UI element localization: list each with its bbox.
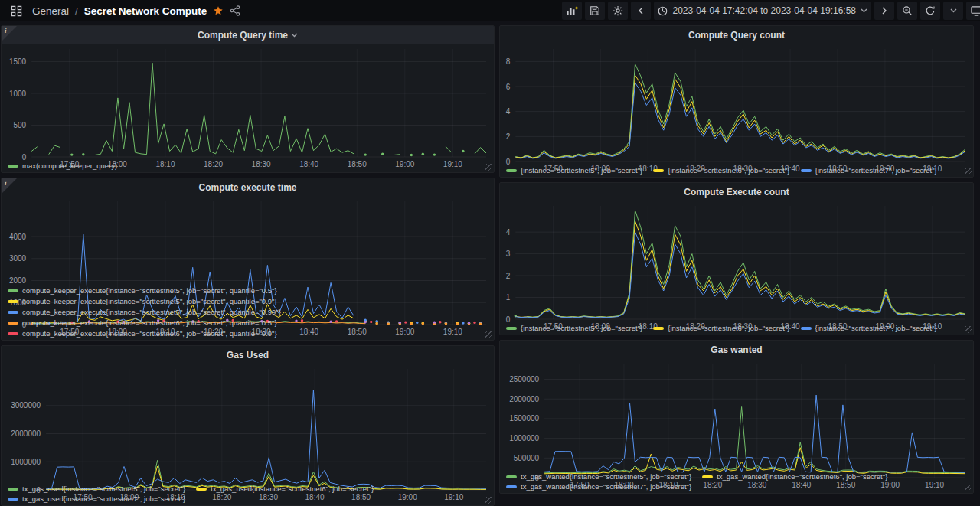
svg-text:1000000: 1000000 [509,434,539,442]
svg-text:8: 8 [506,57,511,66]
legend-item[interactable]: tx_gas_used{instance="scrttestnet6", job… [196,485,374,493]
svg-text:3000000: 3000000 [11,402,41,410]
legend-item[interactable]: {instance="scrttestnet7", job="secret"} [801,324,937,332]
svg-text:0: 0 [506,158,511,166]
legend-item[interactable]: tx_gas_wanted{instance="scrttestnet6", j… [702,472,887,481]
time-range-picker[interactable]: 2023-04-04 17:42:04 to 2023-04-04 19:16:… [654,2,871,20]
legend-swatch-icon [8,165,18,168]
panel-header-compute-execute-count[interactable]: Compute Execute count [500,183,973,201]
legend-gas-used: tx_gas_used{instance="scrttestnet5", job… [2,484,494,505]
svg-text:2: 2 [506,272,511,280]
svg-text:1000: 1000 [9,90,27,98]
legend-item[interactable]: tx_gas_used{instance="scrttestnet5", job… [8,485,185,493]
legend-item[interactable]: max(compute_keeper_query) [8,162,117,170]
svg-text:6: 6 [506,83,511,91]
legend-item[interactable]: {instance="scrttestnet6", job="secret"} [653,324,789,332]
refresh-button[interactable] [920,2,940,20]
legend-swatch-icon [702,475,713,478]
panel-header-gas-used[interactable]: Gas Used [2,346,494,364]
legend-label: compute_keeper_execute{instance="scrttes… [22,286,277,295]
dashboard-grid: i Compute Query time 05001000150017:5018… [0,21,980,506]
legend-item[interactable]: {instance="scrttestnet6", job="secret"} [653,166,789,175]
dashboard-settings-gear-icon[interactable] [608,2,628,20]
chart-gas-used[interactable]: 010000002000000300000017:5018:0018:1018:… [2,364,494,484]
legend-label: tx_gas_wanted{instance="scrttestnet7", j… [521,482,691,491]
legend-item[interactable]: compute_keeper_execute{instance="scrttes… [8,297,491,305]
add-panel-button[interactable] [562,2,582,20]
refresh-interval-dropdown[interactable] [943,2,963,20]
favorite-star-icon[interactable] [213,5,224,16]
chart-compute-query-count[interactable]: 0246817:5018:0018:1018:2018:3018:4018:50… [500,44,973,165]
legend-compute-query-count: {instance="scrttestnet5", job="secret"}{… [500,165,973,177]
legend-item[interactable]: compute_keeper_execute{instance="scrttes… [8,318,491,327]
legend-swatch-icon [8,498,18,501]
legend-item[interactable]: {instance="scrttestnet5", job="secret"} [506,166,642,175]
time-range-forward-button[interactable] [874,2,894,20]
tv-kiosk-mode-icon[interactable] [966,2,980,20]
panel-resize-handle[interactable] [485,331,492,338]
panel-header-compute-query-time[interactable]: Compute Query time [2,26,494,44]
panel-compute-execute-count: Compute Execute count 0123417:5018:0018:… [499,182,974,335]
legend-label: {instance="scrttestnet5", job="secret"} [521,166,642,175]
dashboards-grid-icon[interactable] [6,2,26,20]
svg-text:2500000: 2500000 [509,375,539,384]
panel-compute-query-count: Compute Query count 0246817:5018:0018:10… [499,25,974,178]
chart-compute-execute-time[interactable]: 0100020003000400017:5018:0018:1018:2018:… [2,197,494,286]
time-range-text: 2023-04-04 17:42:04 to 2023-04-04 19:16:… [672,5,856,16]
legend-item[interactable]: compute_keeper_execute{instance="scrttes… [8,329,491,338]
svg-text:3: 3 [506,250,511,258]
legend-item[interactable]: {instance="scrttestnet7", job="secret"} [801,166,937,175]
svg-text:2000000: 2000000 [509,395,539,403]
chevron-down-icon [861,8,867,13]
legend-label: tx_gas_used{instance="scrttestnet5", job… [22,485,185,493]
legend-compute-execute-count: {instance="scrttestnet5", job="secret"}{… [500,323,973,335]
svg-text:2000000: 2000000 [11,429,41,438]
panel-resize-handle[interactable] [965,485,972,491]
legend-label: max(compute_keeper_query) [22,162,117,170]
legend-label: compute_keeper_execute{instance="scrttes… [22,329,277,338]
legend-item[interactable]: tx_gas_wanted{instance="scrttestnet7", j… [506,482,691,491]
breadcrumb-folder[interactable]: General [32,5,69,17]
legend-compute-query-time: max(compute_keeper_query) [2,161,494,172]
panel-resize-handle[interactable] [485,497,492,504]
legend-label: compute_keeper_execute{instance="scrttes… [22,318,277,327]
legend-item[interactable]: {instance="scrttestnet5", job="secret"} [506,324,642,332]
legend-swatch-icon [506,169,517,172]
panel-resize-handle[interactable] [965,326,972,333]
panel-menu-chevron-icon [291,33,298,38]
zoom-out-button[interactable] [897,2,917,20]
dashboard-title[interactable]: Secret Network Compute [84,5,207,17]
legend-swatch-icon [506,485,517,488]
panel-header-compute-execute-time[interactable]: Compute execute time [2,178,494,197]
legend-label: tx_gas_used{instance="scrttestnet7", job… [22,495,185,503]
chart-compute-execute-count[interactable]: 0123417:5018:0018:1018:2018:3018:4018:50… [500,201,973,323]
panel-resize-handle[interactable] [965,168,972,175]
panel-info-corner-icon[interactable] [2,26,17,41]
legend-item[interactable]: tx_gas_used{instance="scrttestnet7", job… [8,495,185,503]
legend-item[interactable]: compute_keeper_execute{instance="scrttes… [8,286,491,295]
svg-text:2000: 2000 [9,276,27,285]
legend-item[interactable]: tx_gas_wanted{instance="scrttestnet5", j… [506,472,691,481]
share-icon[interactable] [230,5,240,16]
panel-resize-handle[interactable] [485,164,492,171]
panel-info-corner-icon[interactable] [2,178,17,194]
panel-title: Gas wanted [710,344,762,355]
panel-gas-used: Gas Used 010000002000000300000017:5018:0… [1,345,495,506]
legend-gas-wanted: tx_gas_wanted{instance="scrttestnet5", j… [500,472,973,493]
legend-label: {instance="scrttestnet5", job="secret"} [521,324,642,332]
legend-swatch-icon [653,169,664,172]
legend-swatch-icon [801,327,812,330]
chart-compute-query-time[interactable]: 05001000150017:5018:0018:1018:2018:3018:… [2,44,494,161]
legend-label: tx_gas_wanted{instance="scrttestnet6", j… [717,472,887,481]
legend-compute-execute-time: compute_keeper_execute{instance="scrttes… [2,286,494,340]
panel-header-gas-wanted[interactable]: Gas wanted [500,341,973,359]
legend-item[interactable]: compute_keeper_execute{instance="scrttes… [8,308,491,316]
legend-label: {instance="scrttestnet6", job="secret"} [668,166,789,175]
panel-header-compute-query-count[interactable]: Compute Query count [500,26,973,44]
save-dashboard-button[interactable] [585,2,605,20]
chart-gas-wanted[interactable]: 0500000100000015000002000000250000017:50… [500,359,973,472]
legend-swatch-icon [506,327,517,330]
clock-icon [658,6,668,16]
panel-title: Compute Query time [198,30,288,41]
time-range-back-button[interactable] [631,2,651,20]
